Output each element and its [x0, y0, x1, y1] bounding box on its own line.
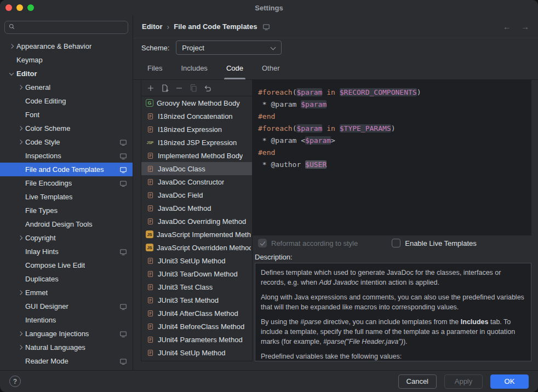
sidebar-item-natural-languages[interactable]: Natural Languages — [0, 341, 133, 354]
forward-button[interactable]: → — [521, 22, 529, 31]
template-item-groovy-new-method-body[interactable]: GGroovy New Method Body — [141, 96, 252, 109]
template-item-label: JUnit4 AfterClass Method — [158, 309, 238, 318]
screen-icon — [119, 330, 127, 338]
sidebar-item-gui-designer[interactable]: GUI Designer — [0, 299, 133, 313]
template-item-junit4-setup-method[interactable]: JUnit4 SetUp Method — [141, 346, 252, 359]
ok-button[interactable]: OK — [490, 374, 529, 389]
description-box[interactable]: Defines template which used to generate … — [255, 263, 531, 361]
template-item-javascript-overridden-method[interactable]: JSJavaScript Overridden Method — [141, 241, 252, 254]
sidebar-item-label: Reader Mode — [25, 357, 68, 365]
cancel-button[interactable]: Cancel — [398, 374, 437, 389]
chevron-spacer — [16, 190, 25, 204]
breadcrumb-current: File and Code Templates — [174, 22, 257, 31]
minimize-window-button[interactable] — [16, 4, 23, 11]
chevron-spacer — [16, 94, 25, 108]
description-paragraph: Defines template which used to generate … — [261, 268, 525, 287]
sidebar-item-label: Font — [25, 111, 39, 119]
back-button[interactable]: ← — [503, 22, 511, 31]
template-code-editor[interactable]: #foreach($param in $RECORD_COMPONENTS) *… — [253, 80, 531, 235]
scheme-select[interactable]: Project — [176, 41, 282, 55]
remove-template-button[interactable] — [173, 82, 185, 94]
sidebar-item-label: Inlay Hints — [25, 247, 59, 256]
chevron-spacer — [16, 217, 25, 231]
template-item-javadoc-method[interactable]: JavaDoc Method — [141, 201, 252, 215]
template-item-junit3-setup-method[interactable]: JUnit3 SetUp Method — [141, 254, 252, 267]
template-item-junit3-test-method[interactable]: JUnit3 Test Method — [141, 293, 252, 307]
template-item-implemented-method-body[interactable]: Implemented Method Body — [141, 149, 252, 162]
chevron-right-icon — [16, 231, 25, 245]
sidebar-item-appearance-behavior[interactable]: Appearance & Behavior — [0, 39, 133, 53]
create-child-template-button[interactable] — [159, 82, 171, 94]
sidebar-item-android-design-tools[interactable]: Android Design Tools — [0, 217, 133, 231]
template-item-javadoc-constructor[interactable]: JavaDoc Constructor — [141, 175, 252, 188]
template-item-javadoc-field[interactable]: JavaDoc Field — [141, 188, 252, 201]
jsp-icon: JSP — [146, 138, 154, 147]
template-item-javadoc-class[interactable]: JavaDoc Class — [141, 162, 252, 175]
chevron-spacer — [8, 53, 16, 67]
settings-search-input[interactable] — [4, 21, 128, 34]
sidebar-item-code-style[interactable]: Code Style — [0, 135, 133, 149]
template-item-junit4-parameters-method[interactable]: JUnit4 Parameters Method — [141, 333, 252, 346]
template-item-label: JavaDoc Class — [158, 165, 205, 173]
sidebar-item-label: Appearance & Behavior — [16, 42, 91, 50]
template-item-junit4-beforeclass-method[interactable]: JUnit4 BeforeClass Method — [141, 320, 252, 333]
template-item-label: JUnit3 Test Class — [158, 283, 213, 291]
code-line: #end — [258, 147, 526, 159]
template-item-junit3-teardown-method[interactable]: JUnit3 TearDown Method — [141, 267, 252, 280]
sidebar-item-compose-live-edit[interactable]: Compose Live Edit — [0, 258, 133, 272]
scheme-row: Scheme: Project — [133, 38, 538, 57]
enable-live-templates-checkbox[interactable]: Enable Live Templates — [392, 239, 477, 247]
sidebar-item-language-injections[interactable]: Language Injections — [0, 327, 133, 341]
sidebar-item-inspections[interactable]: Inspections — [0, 149, 133, 163]
sidebar-item-copyright[interactable]: Copyright — [0, 231, 133, 245]
template-item-label: I18nized Expression — [158, 125, 222, 134]
template-item-junit4-afterclass-method[interactable]: JUnit4 AfterClass Method — [141, 307, 252, 320]
template-item-i18nized-concatenation[interactable]: I18nized Concatenation — [141, 109, 252, 123]
reset-to-default-button[interactable] — [202, 82, 214, 94]
sidebar-item-duplicates[interactable]: Duplicates — [0, 272, 133, 286]
sidebar-item-reader-mode[interactable]: Reader Mode — [0, 354, 133, 368]
tab-includes[interactable]: Includes — [179, 57, 209, 79]
apply-button[interactable]: Apply — [444, 374, 483, 389]
sidebar-item-color-scheme[interactable]: Color Scheme — [0, 122, 133, 135]
template-item-javascript-implemented-method[interactable]: JSJavaScript Implemented Method — [141, 228, 252, 241]
sidebar-item-label: Code Style — [25, 138, 60, 146]
screen-icon — [119, 166, 127, 174]
reformat-checkbox[interactable]: Reformat according to style — [258, 239, 358, 247]
sidebar-item-code-editing[interactable]: Code Editing — [0, 94, 133, 108]
tab-code[interactable]: Code — [224, 57, 245, 79]
sidebar-item-file-encodings[interactable]: File Encodings — [0, 176, 133, 190]
tab-other[interactable]: Other — [260, 57, 282, 79]
settings-sidebar: Appearance & BehaviorKeymapEditorGeneral… — [0, 15, 133, 370]
sidebar-item-emmet[interactable]: Emmet — [0, 286, 133, 299]
template-item-junit3-test-class[interactable]: JUnit3 Test Class — [141, 280, 252, 293]
template-item-i18nized-jsp-expression[interactable]: JSPI18nized JSP Expression — [141, 136, 252, 149]
sidebar-item-font[interactable]: Font — [0, 108, 133, 122]
sidebar-item-inlay-hints[interactable]: Inlay Hints — [0, 245, 133, 258]
template-item-label: JUnit3 Test Method — [158, 296, 219, 304]
sidebar-item-editor[interactable]: Editor — [0, 67, 133, 80]
template-icon — [146, 283, 154, 291]
window-title: Settings — [255, 4, 283, 12]
close-window-button[interactable] — [5, 4, 12, 11]
sidebar-item-file-types[interactable]: File Types — [0, 204, 133, 217]
sidebar-item-live-templates[interactable]: Live Templates — [0, 190, 133, 204]
template-item-javadoc-overriding-method[interactable]: JavaDoc Overriding Method — [141, 215, 252, 228]
help-button[interactable]: ? — [9, 376, 21, 387]
template-item-label: JavaDoc Constructor — [158, 178, 224, 186]
sidebar-item-intentions[interactable]: Intentions — [0, 313, 133, 327]
sidebar-item-keymap[interactable]: Keymap — [0, 53, 133, 67]
zoom-window-button[interactable] — [27, 4, 34, 11]
create-template-button[interactable] — [145, 82, 157, 94]
scheme-label: Scheme: — [141, 44, 169, 52]
minus-icon — [175, 84, 184, 93]
sidebar-item-label: Copyright — [25, 234, 56, 242]
template-item-i18nized-expression[interactable]: I18nized Expression — [141, 123, 252, 136]
sidebar-item-file-and-code-templates[interactable]: File and Code Templates — [0, 163, 133, 176]
breadcrumb-editor[interactable]: Editor — [142, 22, 163, 31]
sidebar-item-general[interactable]: General — [0, 80, 133, 94]
template-item-label: JavaDoc Overriding Method — [158, 217, 246, 226]
undo-icon — [203, 84, 212, 93]
copy-template-button[interactable] — [187, 82, 199, 94]
tab-files[interactable]: Files — [145, 57, 164, 79]
